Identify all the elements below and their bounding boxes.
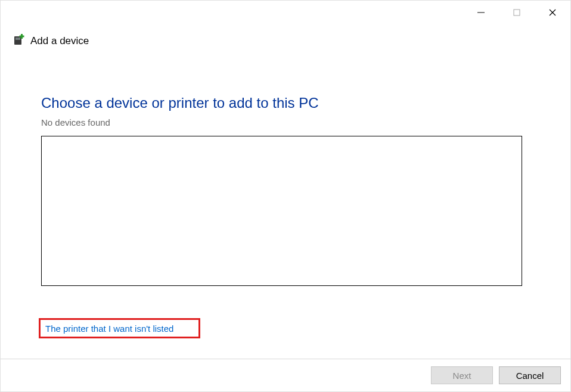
svg-rect-7 (20, 36, 24, 38)
minimize-button[interactable] (463, 1, 499, 24)
dialog-header: Add a device (14, 34, 89, 48)
add-device-icon (14, 34, 26, 48)
dialog-title: Add a device (30, 35, 89, 47)
close-button[interactable] (535, 1, 570, 24)
cancel-button[interactable]: Cancel (499, 366, 561, 384)
status-text: No devices found (41, 117, 523, 127)
window-controls (463, 1, 570, 24)
close-icon (548, 8, 557, 17)
page-heading: Choose a device or printer to add to thi… (41, 95, 523, 111)
minimize-icon (477, 8, 485, 17)
device-list[interactable] (41, 136, 522, 286)
maximize-button (499, 1, 535, 24)
next-button: Next (431, 366, 493, 384)
highlight-box: The printer that I want isn't listed (39, 318, 200, 338)
dialog-footer: Next Cancel (1, 359, 570, 391)
svg-rect-5 (15, 38, 20, 40)
maximize-icon (513, 8, 521, 17)
printer-not-listed-link[interactable]: The printer that I want isn't listed (45, 323, 173, 334)
main-content: Choose a device or printer to add to thi… (41, 95, 523, 286)
svg-rect-1 (514, 10, 520, 15)
